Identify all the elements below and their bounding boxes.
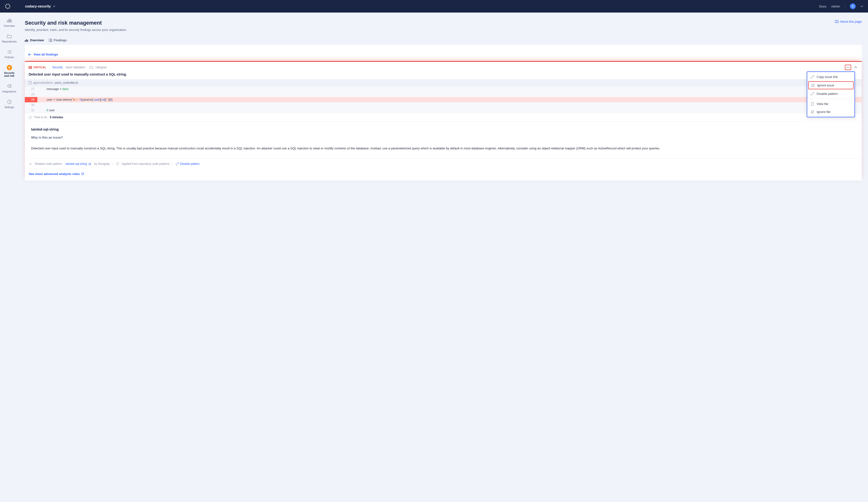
dropdown-view-file[interactable]: View file [807,100,855,108]
actions-dropdown: Copy issue link Ignore issue Disable pat… [807,71,855,117]
file-icon [29,81,32,84]
org-name-label: codacy-security [25,4,51,8]
sidebar-item-label: Repositories [2,40,17,43]
more-actions-button[interactable] [845,65,851,70]
sidebar-item-security[interactable]: S Security and risk [1,63,17,79]
separator [49,66,50,69]
sidebar-item-label: Security and risk [1,71,17,77]
advanced-rules-section: See more advanced analysis rules [25,169,862,181]
dropdown-ignore-issue[interactable]: Ignore issue [808,81,854,89]
list-icon [116,162,119,165]
sidebar-item-settings[interactable]: Settings [1,97,17,111]
topbar-right: Docs Admin [819,3,863,9]
sidebar-item-label: Integrations [2,90,16,93]
pattern-icon [29,162,32,165]
separator [113,162,113,166]
topbar-separator [845,3,845,9]
code-line: 28 [25,92,862,97]
category-link[interactable]: Security [52,66,63,69]
docs-link[interactable]: Docs [819,4,827,8]
unlink-icon [810,92,814,96]
gear-icon [7,99,12,104]
prohibit-icon [811,83,815,87]
file-path-bar: app/controllers/users_controller.rb [25,79,862,87]
external-link-icon [89,163,91,165]
svg-rect-5 [11,20,12,22]
list-icon [7,49,12,54]
repo-link[interactable]: railsgoat [90,66,106,69]
subcategory-label: Input Validation [65,66,85,69]
svg-rect-2 [7,20,8,22]
sidebar-item-repositories[interactable]: Repositories [1,32,17,45]
chart-icon [25,39,28,42]
svg-rect-3 [8,20,9,22]
chart-icon [7,18,12,23]
description-body: Detected user input used to manually con… [31,146,856,151]
tab-overview[interactable]: Overview [25,37,44,45]
tabs: Overview Findings [25,37,862,45]
code-line: 31 if user [25,108,862,113]
chevron-down-icon [53,6,55,7]
prohibit-icon [810,110,814,114]
pattern-name-heading: tainted-sql-string [31,128,856,131]
sidebar-item-overview[interactable]: Overview [1,16,17,29]
page-subtitle: Identify, prioritize, track, and fix sec… [25,28,127,32]
sidebar-item-label: Policies [5,56,14,59]
code-line: 27 message = false [25,87,862,92]
svg-point-0 [6,4,10,8]
svg-rect-4 [10,19,10,22]
avatar[interactable] [850,3,856,9]
svg-point-10 [847,67,847,68]
link-icon [810,75,814,79]
why-heading: Why is this an issue? [31,135,856,139]
sidebar-item-policies[interactable]: Policies [1,47,17,61]
clock-icon [29,116,32,119]
issue-card: CRITICAL Security Input Validation rails… [25,61,862,181]
dropdown-ignore-file[interactable]: Ignore file [807,108,855,116]
puzzle-icon [7,83,12,89]
dropdown-copy-link[interactable]: Copy issue link [807,73,855,81]
advanced-rules-link[interactable]: See more advanced analysis rules [29,172,84,176]
dots-icon [846,67,850,68]
folder-icon [90,66,93,69]
time-to-fix: Time to fix: 5 minutes [25,113,862,121]
chevron-down-icon[interactable] [860,6,863,7]
issue-footer: Related code pattern: tainted-sql-string… [25,158,862,169]
code-block: 27 message = false 28 29 user = User.whe… [25,87,862,113]
sidebar: Overview Repositories Policies S Securit… [0,12,19,190]
unlink-icon [176,162,179,165]
list-icon [49,39,52,42]
description-section: tainted-sql-string Why is this an issue?… [25,121,862,158]
chevron-up-icon [854,66,857,68]
disable-pattern-link[interactable]: Disable pattern [176,162,200,165]
svg-point-11 [848,67,848,68]
tab-findings[interactable]: Findings [49,37,67,45]
logo-icon [5,3,11,9]
svg-rect-9 [27,40,28,42]
sidebar-item-label: Settings [4,106,14,109]
issue-title: Detected user input used to manually con… [25,71,862,79]
arrow-left-icon [28,53,32,56]
sidebar-item-integrations[interactable]: Integrations [1,82,17,95]
about-page-link[interactable]: About this page [835,20,862,23]
folder-icon [7,33,12,39]
org-switcher[interactable]: codacy-security [25,4,55,8]
collapse-button[interactable] [854,66,858,68]
svg-rect-8 [26,39,27,42]
svg-rect-7 [25,40,25,42]
view-all-findings-link[interactable]: View all findings [28,53,858,56]
external-link-icon [81,172,84,175]
topbar: codacy-security Docs Admin [0,0,868,12]
sidebar-item-label: Overview [4,24,15,27]
severity-badge: CRITICAL [29,66,46,69]
separator [173,162,173,166]
code-line: 30 [25,102,862,108]
svg-point-12 [849,67,850,68]
dropdown-disable-pattern[interactable]: Disable pattern [807,90,855,98]
admin-link[interactable]: Admin [831,4,840,8]
page-title: Security and risk management [25,20,127,26]
security-icon: S [7,65,12,70]
severity-bars-icon [29,66,32,69]
file-icon [810,102,814,106]
pattern-link[interactable]: tainted-sql-string [65,162,91,165]
